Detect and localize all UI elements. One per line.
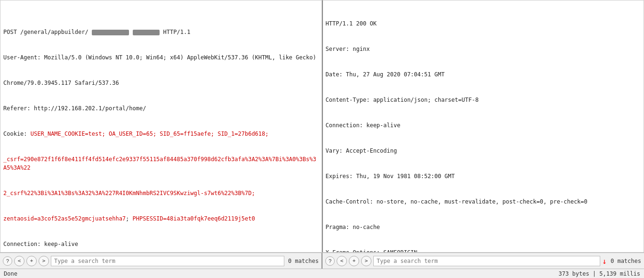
cookie-line: Cookie: USER_NAME_COOKIE=test; OA_USER_I… [3, 130, 319, 138]
csrf-line2: 2_csrf%22%3Bi%3A1%3Bs%3A32%3A%227R4I0KmN… [3, 189, 319, 197]
left-panel: POST /general/appbuilder/ HTTP/1.1 User-… [0, 0, 322, 253]
right-prev-button[interactable]: < [337, 256, 347, 266]
csrf-line: _csrf=290e872f1f6f8e411ff4fd514efc2e9337… [3, 155, 319, 172]
date-line: Date: Thu, 27 Aug 2020 07:04:51 GMT [326, 70, 641, 79]
status-bar: Done 373 bytes | 5,139 millis [0, 269, 644, 278]
expires-line: Expires: Thu, 19 Nov 1981 08:52:00 GMT [326, 172, 641, 180]
content-type-resp-line: Content-Type: application/json; charset=… [326, 96, 641, 104]
left-add-button[interactable]: + [26, 256, 37, 266]
left-search-input[interactable] [51, 256, 284, 266]
pragma-resp-line: Pragma: no-cache [326, 223, 641, 231]
status-left: Done [4, 270, 17, 277]
left-panel-content[interactable]: POST /general/appbuilder/ HTTP/1.1 User-… [0, 0, 322, 252]
right-next-button[interactable]: > [361, 256, 371, 266]
right-panel: HTTP/1.1 200 OK Server: nginx Date: Thu,… [322, 0, 644, 253]
right-search-input[interactable] [373, 256, 600, 266]
right-match-count: 0 matches [611, 258, 641, 264]
cache-control-resp-line: Cache-Control: no-store, no-cache, must-… [326, 197, 641, 206]
conn-resp-line: Connection: keep-alive [326, 121, 641, 130]
left-prev-button[interactable]: < [14, 256, 24, 266]
xframe-line: X-Frame-Options: SAMEORIGIN [326, 248, 641, 252]
left-search-bar: ? < + > 0 matches [0, 253, 322, 269]
vary-line: Vary: Accept-Encoding [326, 147, 641, 155]
right-help-button[interactable]: ? [325, 256, 335, 266]
request-line: POST /general/appbuilder/ HTTP/1.1 [3, 28, 319, 36]
chrome-line: Chrome/79.0.3945.117 Safari/537.36 [3, 79, 319, 87]
left-next-button[interactable]: > [39, 256, 49, 266]
left-help-button[interactable]: ? [3, 256, 12, 266]
arrow-indicator: ↓ [602, 257, 607, 266]
right-search-bar: ? < + > ↓ 0 matches [322, 253, 644, 269]
zentao-line: zentaosid=a3cof52as5e52gmcjuatsehha7; PH… [3, 214, 319, 223]
bottom-bar: ? < + > 0 matches ? < + > ↓ 0 matches [0, 253, 644, 269]
right-add-button[interactable]: + [349, 256, 359, 266]
server-line: Server: nginx [326, 45, 641, 53]
left-match-count: 0 matches [288, 258, 319, 264]
response-status-line: HTTP/1.1 200 OK [326, 19, 641, 28]
referer-line: Referer: http://192.168.202.1/portal/hom… [3, 104, 319, 113]
status-right: 373 bytes | 5,139 millis [559, 270, 640, 277]
ua-line: User-Agent: Mozilla/5.0 (Windows NT 10.0… [3, 53, 319, 62]
right-panel-content[interactable]: HTTP/1.1 200 OK Server: nginx Date: Thu,… [323, 0, 644, 252]
connection-line: Connection: keep-alive [3, 240, 319, 248]
